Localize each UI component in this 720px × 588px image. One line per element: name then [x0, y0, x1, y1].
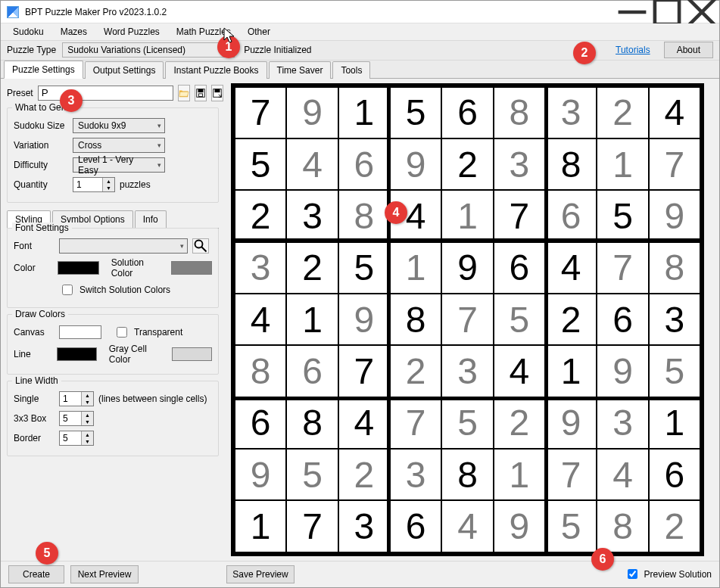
sudoku-cell: 6	[338, 138, 390, 190]
save-as-preset-button[interactable]	[211, 85, 223, 101]
canvas-label: Canvas	[14, 327, 55, 338]
tutorials-link[interactable]: Tutorials	[616, 45, 650, 55]
font-color-swatch[interactable]	[58, 261, 98, 275]
sudoku-cell: 3	[494, 138, 545, 190]
color-label: Color	[14, 263, 53, 273]
open-preset-button[interactable]	[178, 85, 190, 101]
svg-rect-5	[198, 89, 203, 92]
box-stepper[interactable]: ▲▼	[59, 411, 94, 426]
sudoku-cell: 1	[286, 294, 338, 345]
sudoku-cell: 8	[494, 87, 545, 138]
sudoku-cell: 1	[441, 190, 493, 241]
folder-open-icon	[179, 88, 189, 98]
spin-down[interactable]: ▼	[102, 185, 114, 191]
sudoku-preview: 7915683245469238172384176593251964784198…	[231, 83, 713, 556]
sudoku-cell: 3	[597, 397, 648, 449]
sudoku-cell: 5	[597, 190, 648, 241]
app-icon	[7, 6, 19, 18]
tab-output-settings[interactable]: Output Settings	[85, 61, 164, 79]
sudoku-cell: 1	[545, 345, 597, 397]
preset-row: Preset	[7, 85, 219, 101]
preset-input[interactable]	[38, 86, 173, 101]
sudoku-cell: 8	[441, 449, 493, 500]
sudoku-cell: 1	[235, 500, 286, 552]
menu-sudoku[interactable]: Sudoku	[5, 25, 51, 39]
sudoku-cell: 3	[286, 190, 338, 241]
sudoku-cell: 5	[286, 449, 338, 500]
sudoku-cell: 4	[441, 500, 493, 552]
single-label: Single	[14, 394, 55, 404]
sudoku-cell: 1	[494, 449, 545, 500]
solution-color-swatch[interactable]	[171, 261, 212, 275]
canvas-color-swatch[interactable]	[59, 325, 101, 339]
sudoku-size-label: Sudoku Size	[14, 120, 68, 131]
font-settings-group: Font Settings Font Color Solution Color	[7, 228, 219, 308]
save-preset-button[interactable]	[195, 85, 207, 101]
sudoku-cell: 2	[545, 294, 597, 345]
draw-colors-group: Draw Colors Canvas Transparent Line Gray…	[7, 314, 219, 375]
spin-up[interactable]: ▲	[102, 178, 114, 185]
font-picker-button[interactable]	[192, 238, 209, 254]
tab-instant-books[interactable]: Instant Puzzle Books	[165, 61, 266, 79]
menu-mazes[interactable]: Mazes	[53, 25, 95, 39]
sudoku-cell: 6	[545, 190, 597, 241]
border-stepper[interactable]: ▲▼	[59, 431, 94, 446]
tab-puzzle-settings[interactable]: Puzzle Settings	[4, 61, 83, 79]
sudoku-cell: 7	[649, 138, 700, 190]
sudoku-cell: 9	[441, 242, 493, 294]
quantity-label: Quantity	[14, 179, 68, 190]
preview-solution-label: Preview Solution	[644, 569, 712, 580]
sudoku-cell: 6	[286, 345, 338, 397]
menu-word-puzzles[interactable]: Word Puzzles	[96, 25, 167, 39]
subtab-info[interactable]: Info	[135, 210, 167, 229]
sudoku-cell: 9	[338, 294, 390, 345]
sudoku-size-select[interactable]: Sudoku 9x9	[73, 118, 165, 133]
difficulty-select[interactable]: Level 1 - Very Easy	[73, 157, 165, 173]
lines-between-label: (lines between single cells)	[98, 394, 207, 404]
group-legend-draw-colors: Draw Colors	[12, 309, 68, 319]
gray-cell-swatch[interactable]	[172, 347, 212, 361]
sudoku-cell: 4	[649, 87, 700, 138]
sudoku-cell: 1	[649, 397, 700, 449]
puzzles-suffix: puzzles	[120, 179, 151, 190]
font-select[interactable]	[59, 238, 188, 254]
close-button[interactable]	[684, 1, 719, 23]
transparent-checkbox[interactable]	[117, 327, 127, 338]
create-button[interactable]: Create	[8, 565, 64, 583]
minimize-button[interactable]	[615, 1, 650, 23]
tab-tools[interactable]: Tools	[332, 61, 370, 79]
quantity-stepper[interactable]: ▲▼	[73, 177, 115, 192]
sudoku-cell: 2	[286, 242, 338, 294]
group-legend-line-width: Line Width	[12, 375, 61, 386]
titlebar: BPT Puzzle Maker Pro v2023.1.0.2	[1, 1, 719, 23]
single-stepper[interactable]: ▲▼	[59, 391, 94, 406]
sudoku-cell: 3	[545, 87, 597, 138]
sudoku-cell: 6	[235, 397, 286, 449]
variation-label: Variation	[14, 140, 68, 151]
next-preview-button[interactable]: Next Preview	[70, 565, 139, 583]
preview-solution-checkbox[interactable]	[628, 569, 637, 579]
sudoku-cell: 8	[597, 500, 648, 552]
font-label: Font	[14, 241, 55, 251]
menu-math-puzzles[interactable]: Math Puzzles	[169, 25, 238, 39]
sudoku-cell: 5	[390, 87, 441, 138]
sudoku-cell: 2	[235, 190, 286, 241]
sudoku-cell: 9	[545, 397, 597, 449]
sudoku-cell: 7	[235, 87, 286, 138]
sudoku-cell: 9	[494, 500, 545, 552]
switch-solution-colors-checkbox[interactable]	[62, 285, 73, 295]
tab-time-saver[interactable]: Time Saver	[269, 61, 332, 79]
sudoku-grid: 7915683245469238172384176593251964784198…	[231, 83, 704, 556]
sudoku-cell: 8	[545, 138, 597, 190]
sudoku-cell: 9	[286, 87, 338, 138]
save-as-icon	[212, 88, 223, 98]
about-button[interactable]: About	[664, 42, 713, 58]
menu-other[interactable]: Other	[240, 25, 278, 39]
quantity-input[interactable]	[73, 179, 101, 190]
variation-select[interactable]: Cross	[73, 138, 165, 153]
maximize-button[interactable]	[650, 1, 684, 23]
line-color-swatch[interactable]	[57, 347, 97, 361]
save-preview-button[interactable]: Save Preview	[226, 565, 295, 583]
sudoku-cell: 2	[494, 397, 545, 449]
sudoku-cell: 3	[235, 242, 286, 294]
